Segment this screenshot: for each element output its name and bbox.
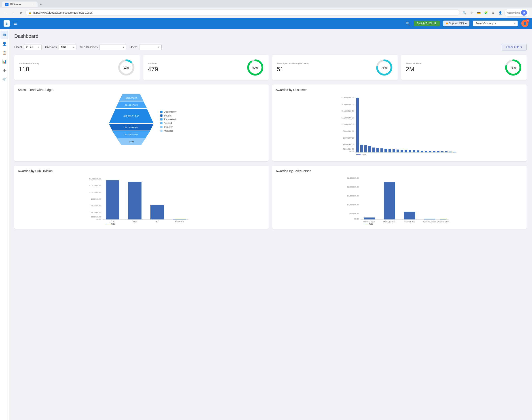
legend-dot-2 — [160, 118, 163, 120]
bar-total-mech — [364, 145, 367, 152]
support-offline-button[interactable]: Support Offline — [443, 21, 469, 26]
bar-advis — [437, 151, 440, 152]
legend-dot-1 — [160, 114, 163, 117]
awarded-customer-svg: $1,800,000.00 $1,600,000.00 $1,400,000.0… — [276, 94, 523, 157]
svg-text:$600,000.00: $600,000.00 — [343, 137, 354, 139]
kpi-left-0: Hit Rate (%Count) 118 — [19, 62, 39, 73]
funnel-legend-item-4: Targeted — [160, 126, 177, 128]
divisions-label: Divisions — [45, 45, 57, 49]
switch-old-ui-button[interactable]: Switch To Old UI — [414, 21, 440, 26]
svg-text:$400,000.00: $400,000.00 — [343, 144, 354, 146]
svg-text:$1,200,000.00: $1,200,000.00 — [341, 117, 354, 119]
back-button[interactable]: ← — [3, 10, 9, 16]
sidebar-item-tasks[interactable]: 📋 — [0, 48, 9, 57]
bookmark-icon[interactable]: ★ — [490, 10, 496, 16]
kpi-label-3: Plans Hit Rate — [406, 62, 421, 65]
search-history-wrapper[interactable]: Search/History ▼ — [473, 21, 518, 26]
bar-compas — [445, 151, 447, 152]
sidebar-item-orders[interactable]: 🛒 — [0, 75, 9, 83]
notification-badge: 045 — [526, 19, 529, 23]
users-select[interactable] — [139, 44, 162, 50]
users-select-wrapper[interactable] — [139, 44, 162, 50]
browser-tab-active[interactable]: B Bidtracer ✕ — [2, 1, 38, 7]
svg-text:SERVICE: SERVICE — [175, 221, 184, 223]
awarded-subdivision-svg: $1,400,000.00 $1,200,000.00 $1,000,000.0… — [18, 176, 265, 225]
divisions-filter-group: Divisions MKE — [45, 44, 76, 50]
sidebar-item-reports[interactable]: 📊 — [0, 58, 9, 65]
sidebar-item-users[interactable]: 👤 — [0, 40, 9, 48]
svg-text:CTRL: CTRL — [110, 221, 115, 223]
legend-dot-4 — [160, 126, 163, 128]
kpi-left-1: Hit Rate 479 — [148, 62, 158, 73]
app-logo: B — [4, 20, 10, 27]
funnel-label-4: $2,718,572.00 — [125, 134, 138, 136]
search-history-dropdown[interactable]: Search/History ▼ — [473, 21, 518, 26]
subdivisions-select[interactable] — [100, 44, 126, 50]
bar-aldridge — [384, 149, 387, 152]
funnel-label-1: $1,141,171.25 — [125, 104, 138, 106]
fiscal-select[interactable]: 20-21 — [24, 44, 42, 50]
funnel-label-0: $368,870.04 — [126, 97, 137, 99]
awarded-customer-card: Awarded by Customer $1,800,000.00 $1,600… — [272, 85, 527, 161]
search-toolbar-icon[interactable]: 🔍 — [462, 10, 467, 16]
tab-title: Bidtracer — [10, 3, 21, 6]
svg-text:$1,000,000.00: $1,000,000.00 — [341, 123, 354, 126]
funnel-legend-item-5: Awarded — [160, 129, 177, 132]
bar-sure — [381, 149, 383, 152]
divisions-select-wrapper[interactable]: MKE — [59, 44, 76, 50]
fiscal-select-wrapper[interactable]: 20-21 — [24, 44, 42, 50]
not-syncing-button[interactable]: Not syncing U — [504, 9, 529, 16]
bar-tr — [417, 150, 419, 152]
toolbar-icons: 🔍 ☆ 💳 🧩 ★ 👤 Not syncing U — [462, 9, 529, 16]
svg-text:Blanton, Steve: Blanton, Steve — [363, 221, 375, 223]
legend-dot-5 — [160, 130, 163, 132]
profile-toolbar-icon[interactable]: 👤 — [497, 10, 503, 16]
bar-blanton — [364, 217, 375, 220]
sidebar-item-dashboard[interactable]: ⊞ — [0, 31, 9, 39]
bar-enc — [433, 151, 435, 152]
svg-text:$200,000.00: $200,000.00 — [91, 216, 101, 218]
svg-text:Worzalla, Mitch: Worzalla, Mitch — [437, 221, 449, 223]
hamburger-menu[interactable]: ☰ — [14, 21, 17, 26]
bar-ctrl — [106, 180, 119, 220]
svg-text:$1,500,000.00: $1,500,000.00 — [347, 195, 359, 197]
svg-text:Worzalla, Jacob: Worzalla, Jacob — [423, 221, 436, 223]
sidebar-item-settings[interactable]: ⚙ — [0, 66, 9, 75]
extensions-icon[interactable]: 🧩 — [483, 10, 489, 16]
kpi-card-3: Plans Hit Rate 2M 78% — [401, 55, 527, 80]
donut-label-2: 76% — [381, 66, 387, 69]
bar-harley — [441, 151, 443, 152]
donut-container-3: 78% — [504, 59, 522, 76]
bar-ba — [405, 150, 407, 152]
bar-mja — [425, 151, 427, 152]
bar-martin — [409, 150, 411, 152]
bar-bitco — [413, 150, 415, 152]
refresh-button[interactable]: ↻ — [18, 10, 24, 16]
svg-text:Total: Total — [111, 223, 115, 225]
forward-button[interactable]: → — [10, 10, 16, 16]
funnel-label-2: $12,969,713.00 — [123, 115, 139, 118]
bar-mehta — [384, 182, 395, 220]
svg-text:$0.00: $0.00 — [96, 218, 101, 220]
svg-text:$800,000.00: $800,000.00 — [91, 198, 101, 200]
tab-close-button[interactable]: ✕ — [32, 3, 34, 6]
kpi-value-1: 479 — [148, 66, 158, 73]
address-bar[interactable]: 🔒 https://www.bidtracer.com/secure/dashb… — [26, 10, 460, 15]
wallet-icon[interactable]: 💳 — [476, 10, 482, 16]
bar-worzalla-jacob — [424, 219, 435, 220]
donut-container-2: 76% — [375, 59, 393, 76]
fiscal-filter-group: Fiscal 20-21 — [14, 44, 42, 50]
divisions-select[interactable]: MKE — [59, 44, 76, 50]
header-search-icon[interactable]: 🔍 — [406, 21, 410, 26]
awarded-customer-title: Awarded by Customer — [276, 88, 523, 92]
clear-filters-button[interactable]: Clear Filters — [502, 44, 527, 50]
favorites-icon[interactable]: ☆ — [469, 10, 474, 16]
awarded-subdivision-title: Awarded by Sub Division — [18, 169, 265, 173]
svg-text:Total: Total — [361, 153, 366, 156]
subdivisions-select-wrapper[interactable] — [100, 44, 126, 50]
header-user[interactable]: 👤 045 — [521, 20, 528, 27]
legend-label-5: Awarded — [164, 129, 174, 132]
filters-row: Fiscal 20-21 Divisions MKE Sub Divisions — [14, 44, 527, 50]
new-tab-button[interactable]: + — [38, 1, 44, 8]
funnel-label-3: $1,760,001.00 — [125, 126, 138, 129]
